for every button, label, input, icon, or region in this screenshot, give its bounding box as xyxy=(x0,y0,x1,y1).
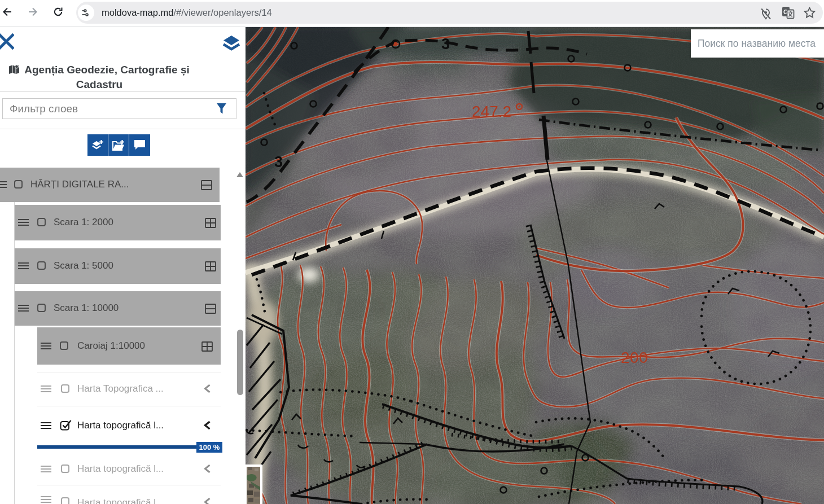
svg-text:3: 3 xyxy=(441,36,450,52)
svg-text:247.2: 247.2 xyxy=(472,103,511,120)
svg-text:200: 200 xyxy=(621,349,648,366)
svg-text:3: 3 xyxy=(274,154,283,170)
